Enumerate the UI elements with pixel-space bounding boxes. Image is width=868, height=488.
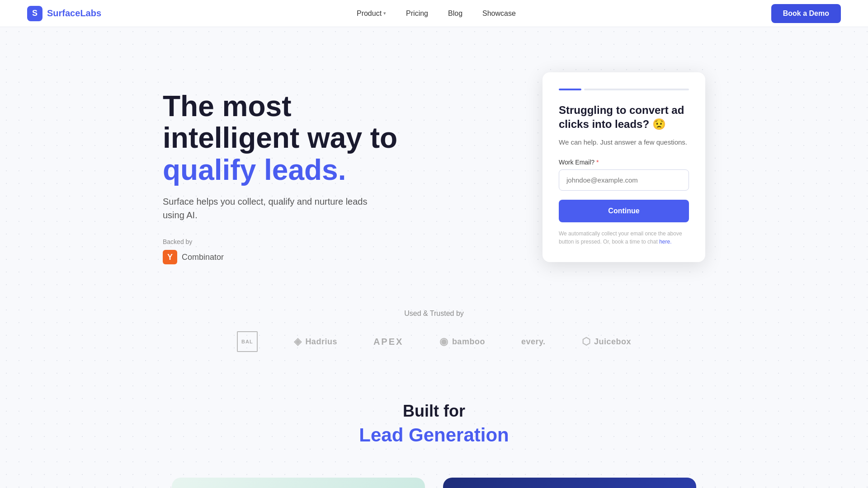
email-input[interactable] bbox=[559, 169, 689, 191]
bottom-cards: No Code, Easy Builder Qualify leads with… bbox=[0, 464, 868, 488]
bal-icon: BAL bbox=[237, 331, 258, 352]
logo-hadrius: ◈ Hadrius bbox=[294, 336, 337, 347]
logo[interactable]: S SurfaceLabs bbox=[27, 6, 101, 21]
continue-button[interactable]: Continue bbox=[559, 200, 689, 222]
hero-left: The most intelligent way to qualify lead… bbox=[163, 72, 443, 264]
logo-icon: S bbox=[27, 6, 42, 21]
card-fine-print: We automatically collect your email once… bbox=[559, 230, 689, 246]
logo-bamboo: ◉ bamboo bbox=[439, 336, 485, 347]
hero-title: The most intelligent way to qualify lead… bbox=[163, 90, 443, 186]
book-demo-button[interactable]: Book a Demo bbox=[771, 4, 841, 23]
logo-every: every. bbox=[521, 337, 546, 347]
card-title: Struggling to convert ad clicks into lea… bbox=[559, 103, 689, 131]
logo-juicebox: ⬡ Juicebox bbox=[582, 336, 632, 347]
logo-bal: BAL bbox=[237, 331, 258, 352]
nav-product[interactable]: Product ▾ bbox=[349, 6, 394, 21]
yc-name: Combinator bbox=[182, 253, 224, 262]
bottom-card-qualify: Qualify leads with AI bbox=[443, 478, 696, 488]
progress-active bbox=[559, 89, 581, 90]
progress-inactive bbox=[584, 89, 689, 90]
built-for-label: Built for bbox=[0, 402, 868, 421]
juicebox-icon: ⬡ bbox=[582, 336, 591, 347]
lead-capture-card: Struggling to convert ad clicks into lea… bbox=[542, 72, 705, 262]
yc-badge: Y Combinator bbox=[163, 250, 443, 264]
nav-blog[interactable]: Blog bbox=[440, 6, 471, 21]
chevron-down-icon: ▾ bbox=[383, 10, 386, 16]
trusted-section: Used & Trusted by BAL ◈ Hadrius APEX ◉ b… bbox=[0, 300, 868, 375]
backed-label: Backed by bbox=[163, 238, 443, 245]
logo-apex: APEX bbox=[373, 337, 403, 347]
yc-logo: Y bbox=[163, 250, 177, 264]
built-for-accent: Lead Generation bbox=[0, 424, 868, 446]
progress-bar bbox=[559, 89, 689, 90]
nav-showcase[interactable]: Showcase bbox=[474, 6, 524, 21]
chat-link[interactable]: here. bbox=[659, 239, 671, 245]
hadrius-icon: ◈ bbox=[294, 336, 302, 347]
hero-section: The most intelligent way to qualify lead… bbox=[0, 27, 868, 300]
card-description: We can help. Just answer a few questions… bbox=[559, 137, 689, 148]
bamboo-icon: ◉ bbox=[439, 336, 448, 347]
trusted-logos: BAL ◈ Hadrius APEX ◉ bamboo every. ⬡ Jui… bbox=[0, 331, 868, 352]
email-label: Work Email? * bbox=[559, 159, 689, 166]
nav-pricing[interactable]: Pricing bbox=[398, 6, 436, 21]
logo-text: SurfaceLabs bbox=[47, 8, 101, 19]
bottom-card-no-code: No Code, Easy Builder bbox=[172, 478, 425, 488]
built-for-section: Built for Lead Generation bbox=[0, 375, 868, 464]
trusted-label: Used & Trusted by bbox=[0, 310, 868, 318]
backed-by-section: Backed by Y Combinator bbox=[163, 238, 443, 264]
hero-subtitle: Surface helps you collect, qualify and n… bbox=[163, 195, 380, 222]
required-star: * bbox=[596, 159, 599, 166]
navbar: S SurfaceLabs Product ▾ Pricing Blog Sho… bbox=[0, 0, 868, 27]
nav-links: Product ▾ Pricing Blog Showcase bbox=[349, 6, 524, 21]
